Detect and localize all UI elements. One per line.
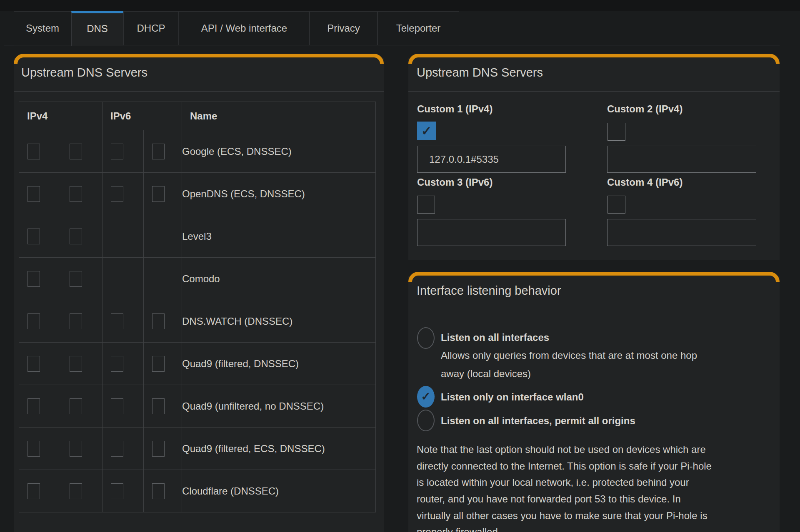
table-row: Quad9 (filtered, DNSSEC) [19, 343, 376, 385]
custom4-checkbox[interactable]: ✓ [608, 196, 625, 214]
upstream-checkbox[interactable] [70, 398, 82, 414]
custom2-checkbox[interactable]: ✓ [608, 123, 625, 141]
upstream-checkbox[interactable] [111, 483, 123, 499]
upstream-checkbox[interactable] [152, 144, 165, 159]
radio-listen-all[interactable]: ✓ [417, 327, 435, 349]
upstream-name: Quad9 (filtered, ECS, DNSSEC) [182, 428, 376, 470]
upstream-checkbox[interactable] [152, 398, 165, 414]
upstream-checkbox[interactable] [28, 483, 40, 499]
table-row: Quad9 (unfiltered, no DNSSEC) [19, 385, 376, 428]
col-header-name: Name [182, 102, 376, 130]
table-row: Quad9 (filtered, ECS, DNSSEC) [19, 428, 376, 470]
divider [408, 91, 780, 92]
upstream-checkbox[interactable] [28, 441, 40, 457]
check-icon: ✓ [611, 125, 622, 139]
table-row: OpenDNS (ECS, DNSSEC) [19, 173, 376, 215]
tab-privacy[interactable]: Privacy [310, 11, 378, 45]
custom-servers-panel-title: Upstream DNS Servers [417, 66, 543, 80]
upstream-checkbox[interactable] [70, 186, 82, 202]
upstream-name: Cloudflare (DNSSEC) [182, 470, 376, 512]
listening-note-line: directly connected to the Internet. This… [417, 460, 712, 472]
custom4-input[interactable] [607, 219, 756, 246]
radio-listen-all-help: away (local devices) [441, 368, 531, 380]
custom1-checkbox[interactable]: ✓ [417, 122, 436, 140]
check-icon: ✓ [421, 414, 430, 427]
radio-listen-all-origins[interactable]: ✓ [417, 410, 435, 431]
table-row: Comodo [19, 258, 376, 300]
upstream-checkbox[interactable] [70, 356, 82, 372]
check-icon: ✓ [421, 124, 432, 138]
custom1-input[interactable] [417, 146, 566, 173]
listening-panel-title: Interface listening behavior [417, 284, 561, 298]
upstream-checkbox[interactable] [28, 313, 40, 329]
tab-system[interactable]: System [14, 11, 71, 45]
custom2-input[interactable] [607, 146, 756, 173]
col-header-ipv4: IPv4 [19, 102, 102, 130]
upstream-checkbox[interactable] [111, 398, 123, 414]
upstream-checkbox[interactable] [111, 356, 123, 372]
table-row: Level3 [19, 215, 376, 258]
upstream-checkbox[interactable] [152, 441, 165, 457]
tab-teleporter[interactable]: Teleporter [378, 11, 459, 45]
upstream-name: Comodo [182, 258, 376, 300]
upstream-checkbox[interactable] [28, 271, 40, 287]
upstream-checkbox[interactable] [152, 313, 165, 329]
upstream-checkbox[interactable] [111, 441, 123, 457]
radio-listen-wlan0-label[interactable]: Listen only on interface wlan0 [441, 391, 584, 403]
listening-note-line: properly firewalled. [417, 526, 500, 532]
table-row: Cloudflare (DNSSEC) [19, 470, 376, 512]
table-row: DNS.WATCH (DNSSEC) [19, 300, 376, 343]
upstream-name: OpenDNS (ECS, DNSSEC) [182, 173, 376, 215]
custom-servers-panel-accent [408, 54, 780, 64]
upstream-checkbox[interactable] [152, 483, 165, 499]
upstream-name: Quad9 (filtered, DNSSEC) [182, 343, 376, 385]
upstream-checkbox[interactable] [28, 144, 40, 159]
upstream-checkbox[interactable] [152, 186, 165, 202]
custom3-checkbox[interactable]: ✓ [417, 196, 435, 214]
table-row: Google (ECS, DNSSEC) [19, 130, 376, 173]
upstream-dns-table: IPv4 IPv6 Name Google (ECS, DNSSEC) Open… [19, 102, 376, 512]
custom4-label: Custom 4 (IPv6) [607, 177, 682, 188]
check-icon: ✓ [611, 198, 622, 212]
upstream-checkbox[interactable] [28, 356, 40, 372]
listening-note-line: Note that the last option should not be … [417, 444, 706, 455]
tab-dns[interactable]: DNS [71, 11, 123, 46]
table-header-row: IPv4 IPv6 Name [19, 102, 376, 130]
radio-listen-all-help: Allows only queries from devices that ar… [441, 350, 697, 361]
custom3-label: Custom 3 (IPv6) [417, 177, 492, 188]
listening-note-line: virtually all other cases you have to ma… [417, 510, 708, 522]
upstream-checkbox[interactable] [152, 356, 165, 372]
custom2-label: Custom 2 (IPv4) [607, 103, 682, 115]
listening-note-line: is located within your local network, i.… [417, 477, 689, 488]
upstream-checkbox[interactable] [70, 483, 82, 499]
divider [408, 309, 780, 309]
dns-settings-page: System DNS DHCP API / Web interface Priv… [0, 0, 800, 532]
upstream-name: DNS.WATCH (DNSSEC) [182, 300, 376, 343]
custom3-input[interactable] [417, 219, 566, 246]
upstream-checkbox[interactable] [70, 271, 82, 287]
custom1-label: Custom 1 (IPv4) [417, 103, 492, 115]
upstream-checkbox[interactable] [70, 441, 82, 457]
check-icon: ✓ [421, 198, 431, 212]
tab-api-web[interactable]: API / Web interface [179, 11, 310, 45]
check-icon: ✓ [421, 390, 430, 403]
upstream-checkbox[interactable] [28, 229, 40, 244]
upstream-checkbox[interactable] [70, 313, 82, 329]
radio-listen-wlan0[interactable]: ✓ [417, 386, 435, 408]
tab-dhcp[interactable]: DHCP [123, 11, 179, 45]
radio-listen-all-label[interactable]: Listen on all interfaces [441, 332, 549, 343]
upstream-name: Google (ECS, DNSSEC) [182, 130, 376, 173]
top-strip [0, 0, 800, 11]
col-header-ipv6: IPv6 [102, 102, 182, 130]
upstream-checkbox[interactable] [28, 398, 40, 414]
upstream-checkbox[interactable] [70, 144, 82, 159]
upstream-checkbox[interactable] [111, 313, 123, 329]
upstream-checkbox[interactable] [70, 229, 82, 244]
upstream-table-panel-accent [14, 54, 384, 64]
upstream-checkbox[interactable] [28, 186, 40, 202]
upstream-checkbox[interactable] [111, 186, 123, 202]
radio-listen-all-origins-label[interactable]: Listen on all interfaces, permit all ori… [441, 415, 635, 427]
upstream-checkbox[interactable] [111, 144, 123, 159]
listening-panel-accent [408, 272, 780, 282]
listening-note-line: router, and you have not forwarded port … [417, 493, 681, 505]
